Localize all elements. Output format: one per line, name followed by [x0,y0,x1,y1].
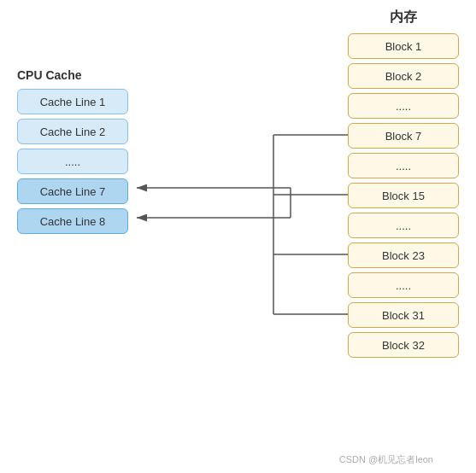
diagram-container: 内存 Block 1 Block 2 ..... Block 7 ..... B… [0,0,476,473]
memory-block-7: Block 7 [348,123,459,149]
memory-title: 内存 [348,9,459,26]
memory-block-23: Block 23 [348,242,459,268]
memory-block-dots4: ..... [348,272,459,298]
memory-block-15: Block 15 [348,183,459,208]
cache-line-1: Cache Line 1 [17,89,128,114]
cache-line-8: Cache Line 8 [17,208,128,234]
memory-block-dots1: ..... [348,93,459,119]
watermark: CSDN @机见忘者leon [339,453,433,466]
memory-section: 内存 Block 1 Block 2 ..... Block 7 ..... B… [348,9,459,362]
memory-block-dots2: ..... [348,153,459,178]
cache-section: CPU Cache Cache Line 1 Cache Line 2 ....… [17,68,128,238]
memory-block-1: Block 1 [348,33,459,59]
memory-block-2: Block 2 [348,63,459,89]
cache-line-7: Cache Line 7 [17,178,128,204]
cache-line-dots: ..... [17,149,128,174]
memory-block-31: Block 31 [348,302,459,328]
cache-title: CPU Cache [17,68,128,82]
memory-block-32: Block 32 [348,332,459,358]
memory-block-dots3: ..... [348,213,459,238]
cache-line-2: Cache Line 2 [17,119,128,144]
